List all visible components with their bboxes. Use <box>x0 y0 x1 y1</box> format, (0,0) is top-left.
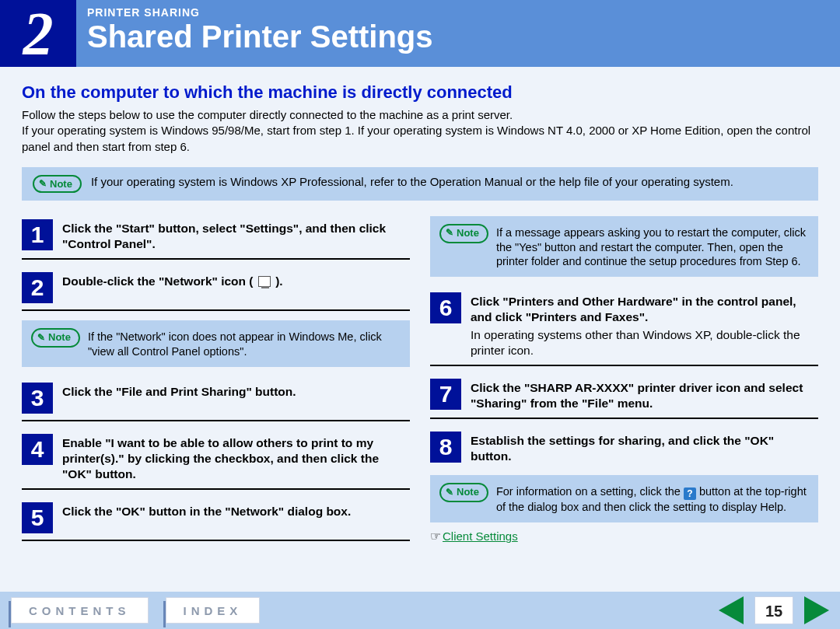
step-text: Enable "I want to be able to allow other… <box>62 434 410 482</box>
page-number: 15 <box>754 596 793 624</box>
step-text: Click "Printers and Other Hardware" in t… <box>471 292 818 358</box>
step-6-sub: In operating systems other than Windows … <box>471 327 818 358</box>
step-text: Click the "SHARP AR-XXXX" printer driver… <box>471 379 818 411</box>
step-number: 7 <box>430 379 461 410</box>
step-8: 8 Establish the settings for sharing, an… <box>430 428 818 470</box>
step-text: Establish the settings for sharing, and … <box>471 432 818 464</box>
step-2-post: ). <box>275 274 282 288</box>
step-text: Click the "Start" button, select "Settin… <box>62 219 410 252</box>
contents-button[interactable]: CONTENTS <box>11 597 149 624</box>
index-button[interactable]: INDEX <box>166 597 261 624</box>
step-number: 8 <box>430 432 461 463</box>
note-icon: Note <box>33 175 82 193</box>
step-number: 1 <box>22 219 53 250</box>
note-icon: Note <box>439 224 488 243</box>
left-column: 1 Click the "Start" button, select "Sett… <box>22 216 410 544</box>
step-1: 1 Click the "Start" button, select "Sett… <box>22 216 410 260</box>
step-4: 4 Enable "I want to be able to allow oth… <box>22 431 410 490</box>
note-top-text: If your operating system is Windows XP P… <box>91 175 733 188</box>
network-icon <box>258 276 271 287</box>
page-header: 2 PRINTER SHARING Shared Printer Setting… <box>0 0 840 67</box>
step-3: 3 Click the "File and Print Sharing" but… <box>22 379 410 421</box>
content-area: On the computer to which the machine is … <box>0 67 840 543</box>
footer-bar: CONTENTS INDEX 15 <box>0 592 840 629</box>
step-5: 5 Click the "OK" button in the "Network"… <box>22 499 410 541</box>
page-title: Shared Printer Settings <box>87 19 433 54</box>
header-text: PRINTER SHARING Shared Printer Settings <box>76 0 433 67</box>
step-2: 2 Double-click the "Network" icon ( ). <box>22 269 410 311</box>
right-column: Note If a message appears asking you to … <box>430 216 818 544</box>
step-text: Click the "OK" button in the "Network" d… <box>62 502 351 519</box>
help-icon: ? <box>684 487 696 500</box>
intro-paragraph: Follow the steps below to use the comput… <box>22 107 818 155</box>
note-icon: Note <box>31 328 80 348</box>
step-text: Double-click the "Network" icon ( ). <box>62 272 283 289</box>
hand-icon: ☞ <box>430 529 441 543</box>
step-number: 6 <box>430 292 461 323</box>
prev-page-button[interactable] <box>719 596 744 624</box>
client-settings-link-row: ☞Client Settings <box>430 529 818 543</box>
note-help-text: For information on a setting, click the … <box>496 483 809 515</box>
note-icon: Note <box>439 483 488 502</box>
step-7: 7 Click the "SHARP AR-XXXX" printer driv… <box>430 376 818 419</box>
step-number: 3 <box>22 383 53 414</box>
client-settings-link[interactable]: Client Settings <box>443 529 518 543</box>
note-restart: Note If a message appears asking you to … <box>430 216 818 278</box>
step-text: Click the "File and Print Sharing" butto… <box>62 383 296 400</box>
note-top: Note If your operating system is Windows… <box>22 167 818 201</box>
step-number: 4 <box>22 434 53 465</box>
step-number: 2 <box>22 272 53 303</box>
note-help: Note For information on a setting, click… <box>430 475 818 522</box>
step-6-main: Click "Printers and Other Hardware" in t… <box>471 295 796 323</box>
step-number: 5 <box>22 502 53 533</box>
kicker: PRINTER SHARING <box>87 6 433 19</box>
note-network-missing: Note If the "Network" icon does not appe… <box>22 320 410 367</box>
chapter-number: 2 <box>0 0 76 67</box>
step-2-pre: Double-click the "Network" icon ( <box>62 274 254 288</box>
step-6: 6 Click "Printers and Other Hardware" in… <box>430 289 818 366</box>
next-page-button[interactable] <box>804 596 829 624</box>
note-text: If the "Network" icon does not appear in… <box>88 328 401 359</box>
note-text: If a message appears asking you to resta… <box>496 224 809 270</box>
section-heading: On the computer to which the machine is … <box>22 82 818 103</box>
note-help-pre: For information on a setting, click the <box>496 485 684 498</box>
